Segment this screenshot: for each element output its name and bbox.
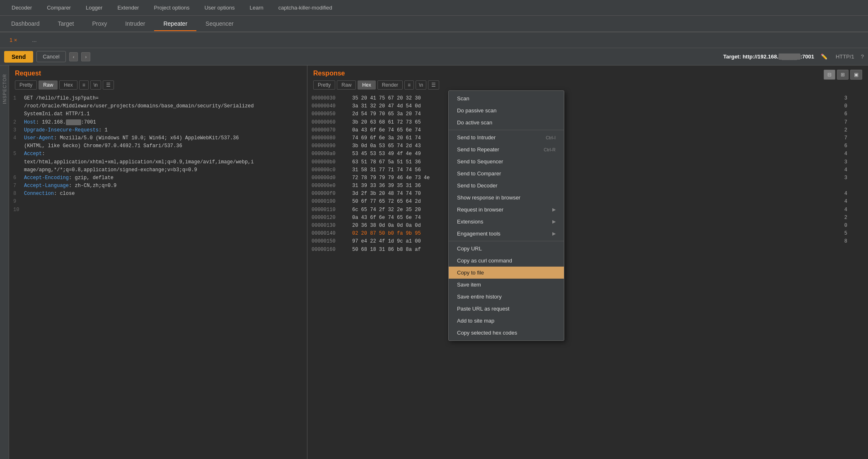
hex-row-16: 000001200a 43 6f 6e 74 65 6e 742 [312, 214, 864, 222]
sub-tab-bar: 1 × ... [0, 32, 868, 48]
ctx-passive-scan[interactable]: Do passive scan [449, 104, 564, 117]
target-info: Target: http://192.168.████:7001 [723, 53, 814, 60]
hex-row-13: 000000f03d 2f 3b 20 48 74 74 704 [312, 190, 864, 198]
req-line-3: SystemIni.dat HTTP/1.1 [13, 110, 303, 118]
tab-sequencer[interactable]: Sequencer [196, 17, 243, 31]
ctx-shortcut-intruder: Ctrl-I [546, 135, 556, 140]
tab-proxy[interactable]: Proxy [83, 17, 116, 31]
hex-row-7: 000000903b 0d 0a 53 65 74 2d 436 [312, 142, 864, 150]
menu-extender[interactable]: Extender [110, 2, 146, 13]
ctx-copy-hex[interactable]: Copy selected hex codes [449, 327, 564, 339]
ctx-save-history[interactable]: Save entire history [449, 291, 564, 303]
response-title: Response [313, 70, 345, 77]
request-fmt-icon3[interactable]: ☰ [103, 80, 114, 90]
help-icon[interactable]: ? [861, 53, 864, 60]
response-format-buttons: Pretty Raw Hex Render ≡ \n ☰ [313, 80, 862, 90]
ctx-send-sequencer[interactable]: Send to Sequencer [449, 155, 564, 168]
menu-captcha[interactable]: captcha-killer-modified [271, 2, 340, 13]
response-hex-area[interactable]: 0000003035 20 41 75 67 20 32 303 0000004… [307, 92, 868, 459]
req-line-10: mage/apng,*/*;q=0.8,application/signed-e… [13, 166, 303, 174]
request-fmt-icon2[interactable]: \n [90, 80, 101, 90]
ctx-save-item[interactable]: Save item [449, 279, 564, 291]
send-button[interactable]: Send [4, 51, 33, 63]
request-format-buttons: Pretty Raw Hex ≡ \n ☰ [15, 80, 301, 90]
nav-next-button[interactable]: › [81, 52, 90, 61]
ctx-divider-2 [449, 241, 564, 241]
ctx-engagement-tools[interactable]: Engagement tools ▶ [449, 228, 564, 240]
view-single-button[interactable]: ▣ [850, 70, 862, 80]
req-line-15: 10 [13, 206, 303, 214]
menu-user-options[interactable]: User options [197, 2, 242, 13]
menu-logger[interactable]: Logger [78, 2, 110, 13]
request-code-area[interactable]: 1GET /hello/file.jsp?path= /root/Oracle/… [9, 92, 307, 459]
req-line-7: (KHTML, like Gecko) Chrome/97.0.4692.71 … [13, 142, 303, 150]
hex-row-17: 0000013020 36 38 0d 0a 0d 0a 0d0 [312, 222, 864, 230]
hex-row-20: 0000016050 68 18 31 86 b8 8a af [312, 246, 864, 254]
tab2-item-1[interactable]: 1 × [2, 34, 24, 46]
response-fmt-pretty[interactable]: Pretty [313, 80, 335, 90]
ctx-copy-file[interactable]: Copy to file [449, 267, 564, 279]
req-line-6: 4User-Agent: Mozilla/5.0 (Windows NT 10.… [13, 134, 303, 142]
ctx-paste-url[interactable]: Paste URL as request [449, 303, 564, 315]
ctx-send-intruder[interactable]: Send to Intruder Ctrl-I [449, 131, 564, 143]
hex-row-2: 000000403a 31 32 20 47 4d 54 0d0 [312, 102, 864, 110]
response-fmt-icon3[interactable]: ☰ [428, 80, 439, 90]
tab2-item-dots[interactable]: ... [24, 34, 44, 46]
req-line-11: 6Accept-Encoding: gzip, deflate [13, 174, 303, 182]
ctx-copy-curl[interactable]: Copy as curl command [449, 255, 564, 267]
target-label: Target: [723, 53, 741, 60]
menu-project-options[interactable]: Project options [146, 2, 197, 13]
ctx-copy-url[interactable]: Copy URL [449, 243, 564, 255]
response-panel: Response ⊟ ⊞ ▣ Pretty Raw Hex Render ≡ \… [307, 66, 868, 459]
request-toolbar: Send Cancel ‹ › Target: http://192.168.█… [0, 48, 868, 66]
hex-row-1: 0000003035 20 41 75 67 20 32 303 [312, 95, 864, 102]
view-split-v-button[interactable]: ⊞ [837, 70, 849, 80]
hex-row-8: 000000a053 45 53 53 49 4f 4e 494 [312, 150, 864, 158]
hex-row-3: 000000502d 54 79 70 65 3a 20 746 [312, 110, 864, 118]
tab-target[interactable]: Target [49, 17, 83, 31]
ctx-divider-1 [449, 130, 564, 130]
response-fmt-raw[interactable]: Raw [337, 80, 356, 90]
tab-intruder[interactable]: Intruder [116, 17, 154, 31]
hex-row-12: 000000e031 39 33 36 39 35 31 36 [312, 182, 864, 190]
hex-row-14: 0000010050 6f 77 65 72 65 64 2d4 [312, 198, 864, 206]
ctx-send-decoder[interactable]: Send to Decoder [449, 180, 564, 192]
ctx-add-sitemap[interactable]: Add to site map [449, 315, 564, 327]
response-fmt-icon1[interactable]: ≡ [404, 80, 414, 90]
cancel-button[interactable]: Cancel [36, 51, 65, 62]
context-menu: Scan Do passive scan Do active scan Send… [448, 90, 564, 341]
menu-learn[interactable]: Learn [242, 2, 271, 13]
hex-row-9: 000000b063 51 78 67 5a 51 51 363 [312, 158, 864, 166]
response-fmt-hex[interactable]: Hex [358, 80, 375, 90]
hex-row-11: 000000d072 78 79 79 79 46 4e 73 4e3 [312, 174, 864, 182]
main-area: INSPECTOR Request Pretty Raw Hex ≡ \n ☰ … [0, 66, 868, 459]
tab-repeater[interactable]: Repeater [154, 17, 196, 31]
menu-decoder[interactable]: Decoder [4, 2, 39, 13]
view-mode-icons: ⊟ ⊞ ▣ [824, 70, 862, 80]
main-tab-bar: Dashboard Target Proxy Intruder Repeater… [0, 16, 868, 32]
req-line-12: 7Accept-Language: zh-CN,zh;q=0.9 [13, 182, 303, 190]
target-url: http://192.168.████:7001 [742, 53, 814, 60]
request-fmt-hex[interactable]: Hex [59, 80, 77, 90]
view-split-h-button[interactable]: ⊟ [824, 70, 835, 80]
ctx-send-repeater[interactable]: Send to Repeater Ctrl-R [449, 143, 564, 155]
request-fmt-raw[interactable]: Raw [39, 80, 58, 90]
nav-prev-button[interactable]: ‹ [69, 52, 78, 61]
ctx-scan[interactable]: Scan [449, 92, 564, 104]
response-fmt-icon2[interactable]: \n [416, 80, 426, 90]
ctx-active-scan[interactable]: Do active scan [449, 117, 564, 129]
request-fmt-icon1[interactable]: ≡ [79, 80, 89, 90]
hex-row-18: 0000014002 20 87 50 b0 fa 9b 955 [312, 230, 864, 238]
edit-target-icon[interactable]: ✏️ [821, 53, 827, 60]
req-line-13: 8Connection: close [13, 190, 303, 198]
request-fmt-pretty[interactable]: Pretty [15, 80, 37, 90]
ctx-send-comparer[interactable]: Send to Comparer [449, 168, 564, 180]
tab-dashboard[interactable]: Dashboard [2, 17, 49, 31]
response-panel-header: Response ⊟ ⊞ ▣ Pretty Raw Hex Render ≡ \… [307, 66, 868, 92]
ctx-arrow-extensions: ▶ [552, 219, 556, 224]
ctx-show-response-browser[interactable]: Show response in browser [449, 192, 564, 204]
menu-comparer[interactable]: Comparer [39, 2, 78, 13]
response-fmt-render[interactable]: Render [377, 80, 403, 90]
ctx-extensions[interactable]: Extensions ▶ [449, 216, 564, 228]
ctx-request-browser[interactable]: Request in browser ▶ [449, 204, 564, 216]
